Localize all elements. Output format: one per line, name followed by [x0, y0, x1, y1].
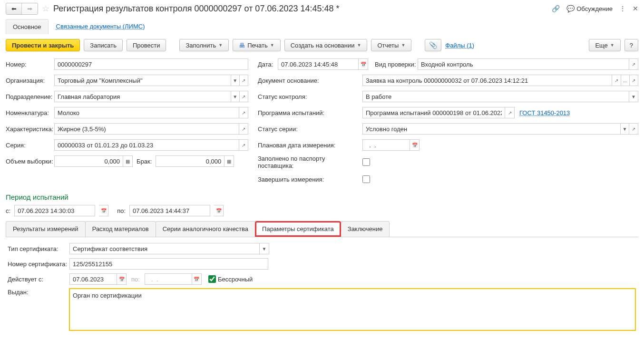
calc-icon[interactable]: ▦ — [123, 155, 133, 167]
series-status-label: Статус серии: — [258, 126, 362, 133]
gost-link[interactable]: ГОСТ 31450-2013 — [519, 109, 570, 116]
more-button[interactable]: Еще▼ — [589, 39, 620, 51]
tab-linked-docs[interactable]: Связанные документы (ЛИМС) — [49, 19, 152, 34]
char-input[interactable] — [54, 123, 239, 135]
status-input[interactable] — [362, 91, 629, 102]
dropdown-icon[interactable]: ▼ — [629, 91, 638, 102]
favorite-icon[interactable]: ☆ — [42, 3, 49, 14]
reports-button[interactable]: Отчеты▼ — [371, 39, 411, 51]
passport-checkbox[interactable] — [362, 158, 370, 166]
period-to-input[interactable] — [129, 205, 210, 216]
attach-button[interactable]: 📎 — [425, 39, 441, 51]
nomen-input[interactable] — [54, 107, 239, 118]
open-icon[interactable]: ↗ — [239, 107, 248, 118]
unlimited-label: Бессрочный — [218, 276, 253, 283]
date-label: Дата: — [258, 61, 278, 68]
checktype-input[interactable] — [418, 58, 629, 70]
org-input[interactable] — [54, 75, 231, 86]
tab-main[interactable]: Основное — [6, 19, 49, 34]
calendar-icon[interactable]: 📅 — [117, 273, 127, 285]
period-to-label: по: — [117, 207, 126, 214]
cert-type-label: Тип сертификата: — [8, 245, 69, 252]
period-from-input[interactable] — [14, 205, 95, 216]
dept-input[interactable] — [54, 91, 231, 102]
close-icon[interactable]: ✕ — [633, 5, 638, 12]
ellipsis-icon[interactable]: ... — [621, 75, 630, 86]
dropdown-icon[interactable]: ▼ — [621, 123, 630, 135]
files-link[interactable]: Файлы (1) — [445, 42, 474, 49]
post-button[interactable]: Провести — [127, 39, 166, 51]
basedoc-input[interactable] — [362, 75, 612, 86]
cert-valid-label: Действует с: — [8, 276, 69, 283]
calendar-icon[interactable]: 📅 — [359, 58, 368, 70]
cert-type-input[interactable] — [69, 243, 260, 254]
number-label: Номер: — [6, 61, 54, 68]
volume-label: Объем выборки: — [6, 158, 54, 165]
tab-similar-series[interactable]: Серии аналогичного качества — [156, 221, 255, 237]
dropdown-icon[interactable]: ▼ — [260, 243, 269, 254]
volume-input[interactable] — [54, 155, 123, 167]
nomen-label: Номенклатура: — [6, 109, 54, 116]
open-icon[interactable]: ↗ — [239, 123, 248, 135]
period-title: Период испытаний — [6, 193, 638, 201]
date-input[interactable] — [278, 58, 359, 70]
calendar-icon[interactable]: 📅 — [99, 205, 108, 216]
passport-label: Заполнено по паспорту поставщика: — [258, 155, 362, 169]
open-icon[interactable]: ↗ — [629, 123, 638, 135]
forward-button[interactable]: 🠪 — [22, 3, 38, 14]
kebab-icon[interactable]: ⋮ — [619, 5, 626, 12]
tab-materials[interactable]: Расход материалов — [85, 221, 156, 237]
open-icon[interactable]: ↗ — [240, 75, 248, 86]
number-input[interactable] — [54, 58, 248, 70]
cert-valid-to-input[interactable] — [145, 273, 192, 285]
back-button[interactable]: 🠨 — [6, 3, 22, 14]
org-label: Организация: — [6, 77, 54, 84]
finish-checkbox[interactable] — [362, 175, 370, 183]
page-title: Регистрация результатов контроля 0000000… — [53, 4, 552, 14]
help-button[interactable]: ? — [624, 39, 638, 51]
open-icon[interactable]: ↗ — [612, 75, 621, 86]
status-label: Статус контроля: — [258, 93, 362, 100]
cert-valid-from-input[interactable] — [69, 273, 117, 285]
issued-label: Выдан: — [8, 289, 69, 296]
print-button[interactable]: 🖶Печать▼ — [233, 39, 281, 51]
open-icon[interactable]: ↗ — [630, 75, 638, 86]
dropdown-icon[interactable]: ▼ — [231, 91, 240, 102]
issued-textarea[interactable] — [69, 289, 635, 330]
program-label: Программа испытаний: — [258, 109, 362, 116]
plan-date-label: Плановая дата измерения: — [258, 142, 362, 149]
open-icon[interactable]: ↗ — [239, 139, 248, 151]
char-label: Характеристика: — [6, 126, 54, 133]
create-based-button[interactable]: Создать на основании▼ — [284, 39, 368, 51]
tab-cert-params[interactable]: Параметры сертификата — [255, 221, 341, 237]
period-from-label: с: — [6, 207, 10, 214]
open-icon[interactable]: ↗ — [240, 91, 248, 102]
fill-button[interactable]: Заполнить▼ — [179, 39, 229, 51]
series-status-input[interactable] — [362, 123, 621, 135]
tab-results[interactable]: Результаты измерений — [6, 221, 86, 237]
program-input[interactable] — [362, 107, 505, 118]
discuss-icon[interactable]: 💬 Обсуждение — [566, 5, 613, 12]
post-and-close-button[interactable]: Провести и закрыть — [6, 39, 80, 51]
checktype-label: Вид проверки: — [375, 61, 418, 68]
open-icon[interactable]: ↗ — [505, 107, 515, 118]
unlimited-checkbox[interactable] — [208, 275, 216, 283]
link-icon[interactable]: 🔗 — [552, 5, 560, 12]
basedoc-label: Документ основание: — [258, 77, 362, 84]
series-input[interactable] — [54, 139, 239, 151]
finish-label: Завершить измерения: — [258, 176, 362, 183]
defect-input[interactable] — [156, 155, 224, 167]
calendar-icon[interactable]: 📅 — [410, 139, 420, 151]
tab-conclusion[interactable]: Заключение — [341, 221, 390, 237]
cert-num-input[interactable] — [69, 258, 268, 270]
dropdown-icon[interactable]: ▼ — [231, 75, 240, 86]
paperclip-icon: 📎 — [429, 41, 437, 49]
calendar-icon[interactable]: 📅 — [192, 273, 202, 285]
calc-icon[interactable]: ▦ — [224, 155, 234, 167]
calendar-icon[interactable]: 📅 — [214, 205, 224, 216]
plan-date-input[interactable] — [362, 139, 410, 151]
save-button[interactable]: Записать — [84, 39, 123, 51]
open-icon[interactable]: ↗ — [629, 58, 638, 70]
dept-label: Подразделение: — [6, 93, 54, 100]
nav-buttons: 🠨 🠪 — [6, 3, 38, 15]
